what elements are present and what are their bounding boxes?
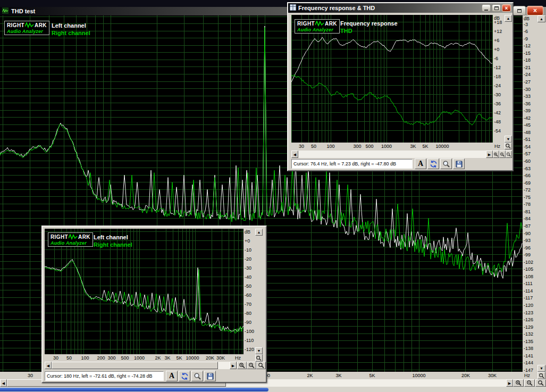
logo-brand-right: ARK [325, 21, 337, 27]
zoom-out-button[interactable] [499, 151, 506, 158]
freq-axis-label: 100 [326, 144, 334, 149]
zoom-tool-button[interactable] [191, 371, 203, 381]
close-button[interactable]: × [502, 4, 511, 12]
logo-subtitle: Audio Analyzer [7, 29, 47, 34]
status-bar: Cursor: 180 Hz, left = -72.61 dB, right … [43, 371, 266, 381]
logo-brand-left: RIGHT [297, 21, 315, 27]
db-axis-label: -30 [245, 265, 251, 271]
freq-axis-label: 300 [353, 144, 361, 149]
db-axis-label: -100 [245, 329, 254, 334]
app-root: THD test RIGHTARK Audio Analyzer Left ch… [0, 0, 546, 392]
db-axis-label: -18 [494, 74, 501, 79]
refresh-button[interactable] [179, 371, 190, 381]
zoom-axis-button[interactable] [255, 354, 263, 362]
scroll-left-button[interactable]: ◀ [45, 362, 52, 369]
window-frequency-response[interactable]: Frequency response & THD × RIGHTARK Audi… [287, 2, 514, 171]
save-button[interactable] [453, 159, 465, 169]
db-axis-label: -110 [245, 338, 254, 343]
db-axis-label: -27 [524, 79, 531, 85]
logo-subtitle: Audio Analyzer [51, 241, 90, 246]
titlebar-frequency-response[interactable]: Frequency response & THD × [288, 3, 513, 13]
db-axis-label: -80 [245, 311, 251, 316]
zoom-axis-button[interactable] [505, 143, 512, 149]
zoom-in-button[interactable] [237, 362, 247, 369]
freq-axis-label: 30 [53, 355, 58, 361]
freq-axis-unit: Hz [235, 355, 241, 361]
scroll-right-button[interactable]: ▶ [506, 379, 513, 387]
zoom-reset-button[interactable] [535, 379, 546, 387]
minimize-button[interactable] [482, 4, 491, 12]
frequency-response-plot[interactable]: RIGHTARK Audio Analyzer Frequency respon… [291, 15, 493, 143]
db-axis-label: -81 [524, 209, 531, 214]
db-axis-label: -117 [524, 295, 533, 301]
spectrum-plot-small[interactable]: RIGHTARK Audio Analyzer Left channel Rig… [45, 229, 243, 354]
zoom-out-button[interactable] [524, 379, 535, 387]
axis-unit-db: dB [524, 16, 530, 21]
db-axis-label: -36 [494, 101, 501, 106]
maximize-button[interactable] [513, 6, 526, 15]
freq-axis-label: 300 [107, 355, 115, 361]
scroll-right-button[interactable]: ▶ [230, 362, 237, 369]
magnifier-icon [537, 380, 544, 386]
refresh-button[interactable] [427, 159, 439, 169]
close-button[interactable]: × [527, 6, 543, 15]
freq-axis-label: 10000 [186, 355, 199, 361]
minimize-icon [484, 10, 488, 11]
axis-scroll-down-button[interactable]: ▼ [255, 347, 263, 354]
maximize-button[interactable] [492, 4, 501, 12]
axis-scroll-up-button[interactable]: ▲ [255, 229, 263, 236]
db-axis-label: -111 [524, 281, 533, 286]
scroll-left-button[interactable]: ◀ [291, 151, 298, 158]
window-spectrum-small[interactable]: RIGHTARK Audio Analyzer Left channel Rig… [41, 226, 267, 383]
freq-axis-label: 5K [176, 355, 182, 361]
maximize-icon [494, 6, 499, 10]
freq-axis-small: 305010020030050010002K3K5K1000020K30K [45, 354, 243, 362]
db-axis-label: -108 [524, 274, 533, 279]
cursor-readout: Cursor: 76.4 Hz, left = 7.23 dB, right =… [291, 159, 413, 169]
freq-axis-label: 2K [155, 355, 161, 361]
scroll-left-button[interactable]: ◀ [0, 379, 7, 387]
zoom-axis-button[interactable] [537, 372, 545, 379]
save-button[interactable] [204, 371, 216, 381]
freq-axis-label: 10000 [412, 373, 425, 378]
db-axis-label: -66 [524, 173, 531, 178]
db-axis-main: dB-3-6-9-12-15-18-21-24-27-30-33-36-39-4… [523, 15, 537, 372]
db-axis-label: -51 [524, 137, 531, 142]
freq-axis-unit: Hz [524, 373, 530, 378]
font-button[interactable]: A [166, 371, 178, 381]
db-axis-freq: dB+18+12+6+0-6-12-18-24-30-36-42-48-54 [493, 15, 505, 143]
legend-right-channel: Right channel [52, 29, 90, 37]
rmaa-logo: RIGHTARK Audio Analyzer [295, 19, 340, 34]
waveform-icon [69, 234, 78, 240]
logo-subtitle: Audio Analyzer [297, 28, 337, 32]
freq-axis-label: 500 [365, 144, 373, 149]
left-arrow-icon: ◀ [47, 364, 49, 368]
db-axis-label: -18 [524, 57, 531, 63]
db-axis-label: -90 [524, 231, 531, 236]
zoom-in-button[interactable] [493, 151, 499, 158]
zoom-tool-button[interactable] [440, 159, 452, 169]
db-axis-label: -75 [524, 195, 531, 200]
axis-scroll-down-button[interactable]: ▼ [505, 136, 512, 143]
magnifier-icon [442, 160, 450, 168]
hscrollbar-freq[interactable] [291, 151, 493, 158]
zoom-in-button[interactable] [513, 379, 524, 387]
logo-brand-left: RIGHT [7, 23, 24, 28]
magnifier-icon [506, 152, 511, 157]
db-axis-label: -12 [524, 43, 531, 48]
db-axis-label: -123 [524, 310, 533, 315]
zoom-out-button[interactable] [247, 362, 256, 369]
db-axis-label: -24 [494, 83, 501, 88]
axis-scroll-up-button[interactable]: ▲ [537, 15, 545, 22]
font-button[interactable]: A [415, 159, 426, 169]
axis-scroll-up-button[interactable]: ▲ [505, 15, 512, 22]
up-arrow-icon: ▲ [507, 16, 510, 20]
db-axis-label: -33 [524, 94, 531, 99]
hscroll-thumb[interactable] [52, 362, 218, 369]
magnifier-minus-icon [526, 380, 533, 386]
scroll-right-button[interactable]: ▶ [486, 151, 493, 158]
zoom-reset-button[interactable] [256, 362, 266, 369]
axis-scroll-down-button[interactable]: ▼ [537, 365, 545, 372]
window-title: Frequency response & THD [298, 5, 375, 11]
zoom-reset-button[interactable] [506, 151, 512, 158]
